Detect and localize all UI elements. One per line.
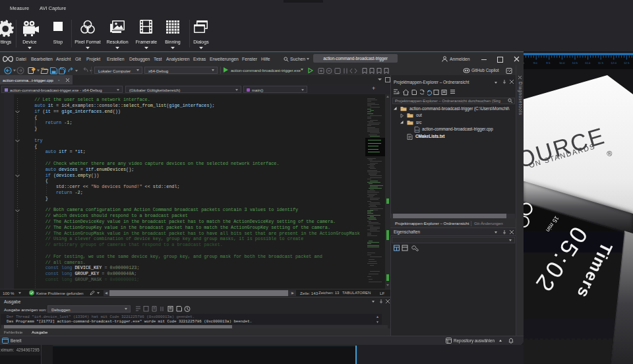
svg-text:ttings: ttings [1, 40, 12, 45]
svg-text:12.0: 12.0 [611, 61, 617, 65]
svg-text:9.5: 9.5 [546, 61, 551, 65]
svg-text:10.5: 10.5 [572, 61, 578, 65]
svg-text:Dialogs: Dialogs [193, 40, 209, 45]
svg-text:Framerate: Framerate [136, 40, 157, 44]
svg-text:Device: Device [22, 40, 37, 44]
svg-text:11.5: 11.5 [598, 61, 604, 65]
svg-text:12.5: 12.5 [624, 61, 630, 65]
svg-text:Resolution: Resolution [106, 40, 128, 44]
svg-text:Pixel Format: Pixel Format [75, 40, 100, 44]
svg-text:11.0: 11.0 [585, 61, 591, 65]
svg-text:++: ++ [415, 128, 419, 132]
svg-text:Stop: Stop [53, 40, 63, 45]
svg-text:10.0: 10.0 [559, 61, 565, 65]
svg-text:Binning: Binning [165, 40, 180, 45]
svg-text:9.0: 9.0 [533, 61, 538, 65]
